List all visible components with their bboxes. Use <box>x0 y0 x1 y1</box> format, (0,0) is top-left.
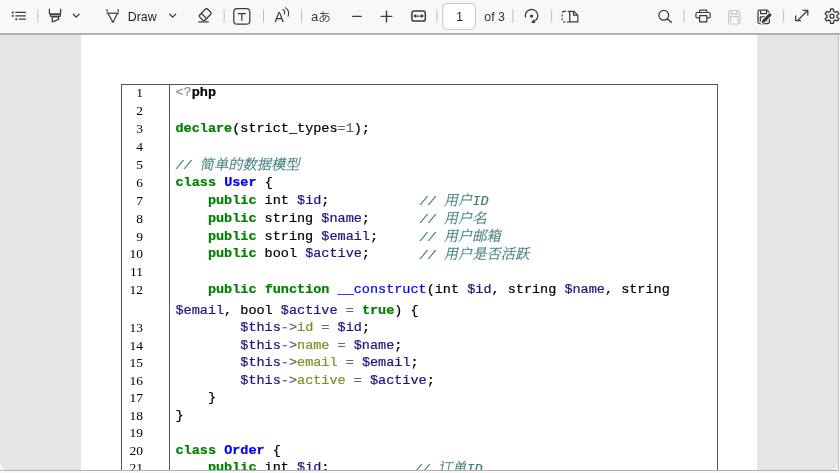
svg-text://: // <box>176 158 193 173</box>
svg-text:1: 1 <box>456 9 463 24</box>
svg-text://: // <box>420 248 437 263</box>
svg-text:ID: ID <box>472 194 488 209</box>
svg-text://: // <box>420 212 437 227</box>
svg-text:of 3: of 3 <box>484 10 505 24</box>
svg-text://: // <box>420 230 437 245</box>
svg-text:Draw: Draw <box>128 10 157 24</box>
svg-text:A: A <box>275 9 285 25</box>
svg-text://: // <box>420 194 437 209</box>
svg-text:a: a <box>311 9 319 24</box>
